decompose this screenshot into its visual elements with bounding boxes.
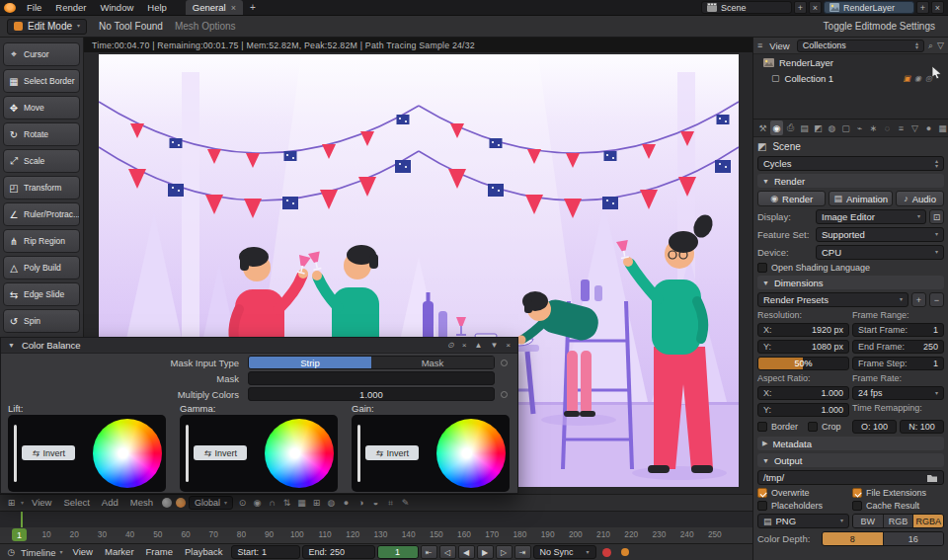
device-select[interactable]: CPU▾ (816, 245, 944, 260)
resolution-y-field[interactable]: Y:1080 px (757, 340, 849, 354)
remap-new-field[interactable]: N: 100 (900, 420, 944, 434)
view3d-icon-11[interactable]: ✎ (398, 496, 413, 510)
close-icon[interactable]: × (462, 341, 467, 350)
view3d-icon-7[interactable]: ● (339, 496, 354, 510)
topbar-menu-1[interactable]: Render (48, 0, 93, 15)
view3d-icon-5[interactable]: ⊞ (309, 496, 324, 510)
remove-renderlayer-button[interactable]: × (931, 1, 944, 14)
tool-button-3[interactable]: ↻ Rotate (3, 122, 80, 146)
feature-set-select[interactable]: Supported▾ (816, 227, 944, 242)
view3d-icon-6[interactable]: ◍ (324, 496, 339, 510)
gamma-color-wheel[interactable] (265, 419, 334, 488)
timeline-menu-1[interactable]: Marker (99, 544, 140, 560)
editor-name[interactable]: Timeline (21, 547, 56, 558)
add-scene-button[interactable]: + (794, 1, 807, 14)
checkbox-icon[interactable] (852, 501, 862, 511)
view3d-icon-2[interactable]: ∩ (265, 496, 279, 510)
mesh-options-label[interactable]: Mesh Options (175, 21, 236, 32)
output-path-field[interactable]: /tmp/ (757, 470, 944, 485)
workspace-tab-general[interactable]: General × (186, 0, 243, 15)
display-mode-select[interactable]: Collections ▴▾ (797, 40, 924, 52)
folder-icon[interactable] (926, 473, 938, 483)
tool-button-5[interactable]: ◰ Transform (3, 176, 80, 200)
properties-tab-1[interactable]: ◉ (770, 120, 783, 135)
topbar-menu-2[interactable]: Window (93, 0, 140, 15)
view3d-icon-3[interactable]: ⇅ (279, 496, 294, 510)
scene-selector[interactable]: Scene (701, 1, 792, 14)
file-format-select[interactable]: ▤ PNG ▾ (757, 514, 849, 528)
add-renderlayer-button[interactable]: + (916, 1, 929, 14)
lift-invert-button[interactable]: ⇆Invert (22, 445, 75, 460)
view3d-menu-3[interactable]: Mesh (124, 495, 159, 511)
keep-ui-icon[interactable]: ⊡ (929, 209, 944, 224)
delete-icon[interactable]: × (506, 341, 511, 350)
tool-button-10[interactable]: ↺ Spin (3, 309, 80, 333)
pivot-sphere-icon[interactable] (162, 498, 172, 508)
exclude-checkbox-icon[interactable]: ▣ (903, 74, 910, 83)
move-down-icon[interactable]: ▼ (490, 341, 498, 350)
multiply-colors-input[interactable]: 1.000 (248, 387, 495, 401)
tool-button-6[interactable]: ∠ Ruler/Protrac... (3, 202, 80, 226)
osl-checkbox[interactable]: Open Shading Language (757, 263, 944, 273)
keyframe-dot-icon[interactable] (501, 391, 508, 398)
properties-tab-3[interactable]: ▤ (798, 120, 811, 135)
filter-icon[interactable]: ▽ (937, 40, 944, 50)
section-output[interactable]: ▼ Output (757, 453, 944, 467)
tool-button-1[interactable]: ▦ Select Border (3, 69, 80, 93)
lift-color-wheel[interactable] (93, 419, 162, 488)
current-frame-indicator[interactable]: 1 (12, 528, 27, 541)
checkbox-icon[interactable] (757, 501, 767, 511)
start-frame-input[interactable]: Start: 1 (231, 545, 300, 559)
animation-button[interactable]: ▤Animation (829, 191, 893, 206)
gamma-invert-button[interactable]: ⇆Invert (194, 445, 247, 460)
properties-tab-5[interactable]: ◍ (826, 120, 838, 135)
view3d-icon-4[interactable]: ▦ (294, 496, 309, 510)
properties-tab-11[interactable]: ▽ (908, 120, 921, 135)
border-checkbox[interactable]: Border (757, 422, 798, 432)
tool-button-9[interactable]: ⇆ Edge Slide (3, 282, 80, 306)
resolution-percentage-slider[interactable]: 50% (757, 357, 849, 370)
gain-color-wheel[interactable] (436, 419, 506, 488)
outliner-item-renderlayer[interactable]: RenderLayer (753, 54, 948, 70)
view3d-menu-1[interactable]: Select (57, 495, 95, 511)
tool-button-7[interactable]: ⋔ Rip Region (3, 229, 80, 253)
checkbox-icon[interactable] (808, 422, 818, 432)
properties-tab-0[interactable]: ⚒ (756, 120, 769, 135)
checkbox-checked-icon[interactable] (757, 488, 767, 498)
search-icon[interactable]: ⌕ (928, 40, 933, 51)
next-keyframe-button[interactable]: ▷ (496, 545, 513, 559)
add-preset-button[interactable]: + (911, 292, 926, 307)
editor-type-icon[interactable]: ⊞ (4, 496, 19, 510)
color-mode-option-0[interactable]: BW (853, 515, 884, 527)
color-depth-option-0[interactable]: 8 (823, 532, 884, 545)
pin-icon[interactable]: ⊙ (447, 341, 454, 350)
end-frame-input[interactable]: End: 250 (302, 545, 375, 559)
timeline-menu-0[interactable]: View (67, 544, 99, 560)
blender-logo-icon[interactable] (4, 3, 16, 13)
tool-button-2[interactable]: ✥ Move (3, 96, 80, 120)
jump-to-start-button[interactable]: ⇤ (421, 545, 437, 559)
value-slider[interactable] (186, 425, 189, 482)
current-frame-input[interactable]: 1 (377, 545, 419, 559)
overwrite-checkbox[interactable]: Overwrite (757, 488, 849, 498)
color-mode-option-1[interactable]: RGB (884, 515, 914, 527)
collapse-icon[interactable]: ▼ (8, 342, 15, 349)
render-presets-select[interactable]: Render Presets▾ (757, 292, 908, 307)
jump-to-end-button[interactable]: ⇥ (514, 545, 531, 559)
topbar-menu-3[interactable]: Help (140, 0, 174, 15)
sync-mode-select[interactable]: No Sync ▾ (533, 545, 596, 559)
color-depth-option-1[interactable]: 16 (884, 532, 944, 545)
outliner-view-menu[interactable]: View (766, 39, 792, 53)
origin-sphere-icon[interactable] (176, 498, 186, 508)
properties-tab-13[interactable]: ▦ (936, 120, 948, 135)
file-extensions-checkbox[interactable]: File Extensions (852, 488, 944, 498)
timeline-track[interactable] (0, 511, 752, 527)
checkbox-icon[interactable] (757, 422, 767, 432)
properties-tab-9[interactable]: ◌ (881, 120, 894, 135)
outliner-item-collection[interactable]: ▢ Collection 1 ▣ ◉ ◎ (753, 70, 948, 86)
current-frame-line[interactable] (21, 512, 23, 528)
play-reverse-button[interactable]: ◀ (458, 545, 475, 559)
properties-tab-12[interactable]: ● (922, 120, 935, 135)
properties-tab-2[interactable]: ⎙ (784, 120, 797, 135)
prev-keyframe-button[interactable]: ◁ (439, 545, 456, 559)
